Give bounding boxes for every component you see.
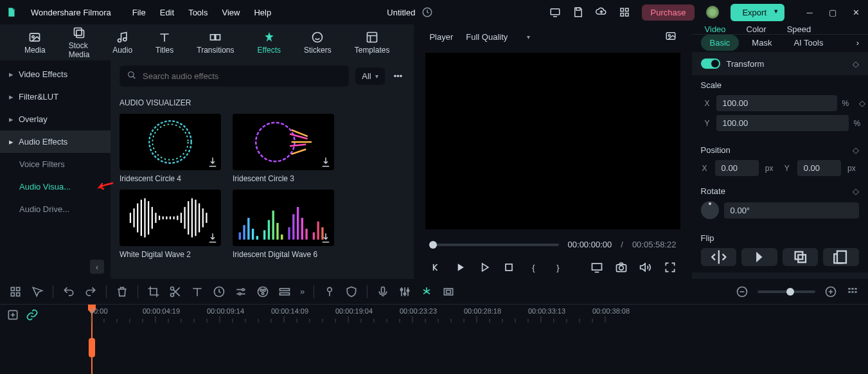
volume-button[interactable] — [639, 261, 652, 274]
timeline-ruler[interactable]: 00:00 00:00:04:19 00:00:09:14 00:00:14:0… — [59, 305, 868, 374]
inspector-subtab-mask[interactable]: Mask — [743, 35, 781, 51]
more-options-icon[interactable]: ••• — [391, 69, 405, 84]
keyframe-icon[interactable]: ◇ — [859, 98, 865, 108]
maximize-icon[interactable]: ▢ — [827, 6, 838, 18]
toolbar-more-icon[interactable]: » — [300, 287, 305, 296]
cloud-sync-icon[interactable] — [421, 6, 433, 18]
magnet-button[interactable] — [420, 285, 433, 298]
mark-in-button[interactable]: { — [527, 261, 540, 274]
transform-toggle[interactable] — [701, 58, 720, 69]
track-button[interactable] — [278, 285, 291, 298]
quality-dropdown[interactable]: Full Quality▾ — [466, 32, 530, 42]
rotate-knob[interactable] — [701, 201, 719, 219]
inspector-subtab-basic[interactable]: Basic — [701, 35, 740, 51]
scale-y-input[interactable] — [716, 115, 849, 131]
inspector-subtab-ai-tools[interactable]: AI Tools — [784, 35, 832, 51]
position-y-input[interactable] — [797, 160, 841, 176]
effect-thumb[interactable]: Iridescent Circle 3 — [233, 114, 334, 183]
tab-titles[interactable]: Titles — [144, 31, 185, 55]
play-button[interactable] — [454, 261, 466, 274]
download-icon[interactable] — [320, 156, 332, 168]
rotate-input[interactable] — [724, 202, 859, 218]
timeline-options-icon[interactable] — [846, 285, 859, 298]
adjust-button[interactable] — [235, 285, 247, 298]
prev-frame-button[interactable] — [429, 261, 442, 274]
sidebar-item-overlay[interactable]: ▸Overlay — [0, 108, 111, 130]
tab-templates[interactable]: Templates — [343, 31, 402, 55]
mixer-button[interactable] — [398, 285, 411, 298]
flip-vertical-button[interactable] — [741, 248, 777, 266]
purchase-button[interactable]: Purchase — [642, 4, 695, 21]
select-tool-button[interactable] — [31, 285, 44, 298]
tab-transitions[interactable]: Transitions — [185, 31, 245, 55]
inspector-tab-video[interactable]: Video — [705, 24, 726, 34]
download-icon[interactable] — [320, 232, 332, 244]
mic-button[interactable] — [376, 285, 389, 298]
camera-button[interactable] — [615, 261, 628, 274]
search-input[interactable] — [143, 71, 341, 81]
effect-thumb[interactable]: Iridescent Circle 4 — [120, 114, 221, 183]
apps-icon[interactable] — [619, 6, 630, 18]
tab-stickers[interactable]: Stickers — [292, 31, 343, 55]
collapse-sidebar-button[interactable]: ‹ — [90, 260, 104, 274]
inspector-tab-color[interactable]: Color — [747, 24, 766, 34]
position-x-input[interactable] — [715, 160, 759, 176]
minimize-icon[interactable]: ─ — [804, 6, 815, 18]
sidebar-item-audio-effects[interactable]: ▸Audio Effects — [0, 130, 111, 153]
frame-button[interactable] — [442, 285, 455, 298]
fullscreen-button[interactable] — [664, 261, 677, 274]
zoom-in-button[interactable] — [824, 285, 837, 298]
close-icon[interactable]: ✕ — [850, 6, 862, 18]
undo-button[interactable] — [62, 285, 75, 298]
scrub-slider[interactable] — [429, 244, 558, 246]
timeline-clip[interactable] — [89, 338, 95, 357]
scale-x-input[interactable] — [716, 95, 837, 111]
effect-thumb[interactable]: White Digital Wave 2 — [120, 190, 221, 259]
filter-dropdown[interactable]: All▾ — [355, 67, 384, 85]
video-viewport[interactable] — [425, 53, 680, 229]
mark-out-button[interactable]: } — [551, 261, 564, 274]
menu-edit[interactable]: Edit — [160, 8, 174, 17]
flip-copy-button[interactable] — [783, 248, 819, 266]
menu-tools[interactable]: Tools — [188, 8, 208, 17]
redo-button[interactable] — [84, 285, 97, 298]
link-track-button[interactable] — [26, 308, 39, 321]
zoom-out-button[interactable] — [736, 285, 748, 298]
user-avatar[interactable] — [706, 6, 719, 19]
tab-media[interactable]: Media — [13, 31, 57, 55]
crop-button[interactable] — [147, 285, 160, 298]
snapshot-icon[interactable] — [665, 30, 677, 44]
delete-button[interactable] — [116, 285, 128, 298]
stop-button[interactable] — [502, 261, 515, 274]
tab-stock-media[interactable]: Stock Media — [57, 26, 102, 59]
sidebar-sub-audio-visualizer[interactable]: Audio Visua... — [0, 175, 111, 198]
tab-effects[interactable]: Effects — [246, 31, 292, 55]
download-icon[interactable] — [207, 156, 218, 168]
sidebar-sub-audio-driven[interactable]: Audio Drive... — [0, 198, 111, 220]
device-icon[interactable] — [549, 6, 561, 18]
sidebar-item-filter-lut[interactable]: ▸Filter&LUT — [0, 85, 111, 108]
flip-paste-button[interactable] — [823, 248, 859, 266]
save-icon[interactable] — [572, 6, 584, 18]
effect-thumb[interactable]: Iridescent Digital Wave 6 — [233, 190, 334, 259]
speed-button[interactable] — [213, 285, 226, 298]
flip-horizontal-button[interactable] — [701, 248, 737, 266]
sidebar-sub-voice-filters[interactable]: Voice Filters — [0, 153, 111, 175]
split-button[interactable] — [169, 285, 182, 298]
sidebar-item-video-effects[interactable]: ▸Video Effects — [0, 63, 111, 85]
keyframe-icon[interactable]: ◇ — [853, 145, 859, 155]
cloud-upload-icon[interactable] — [596, 6, 607, 18]
export-button[interactable]: Export — [731, 4, 784, 21]
menu-view[interactable]: View — [222, 8, 240, 17]
tab-audio[interactable]: Audio — [101, 31, 144, 55]
keyframe-icon[interactable]: ◇ — [853, 59, 859, 69]
zoom-slider[interactable] — [757, 290, 815, 293]
color-button[interactable] — [256, 285, 269, 298]
text-button[interactable] — [191, 285, 204, 298]
menu-help[interactable]: Help — [254, 8, 271, 17]
play-outline-button[interactable] — [478, 261, 491, 274]
display-button[interactable] — [590, 261, 603, 274]
marker-button[interactable] — [323, 285, 336, 298]
menu-file[interactable]: File — [132, 8, 146, 17]
add-track-button[interactable] — [6, 308, 19, 321]
